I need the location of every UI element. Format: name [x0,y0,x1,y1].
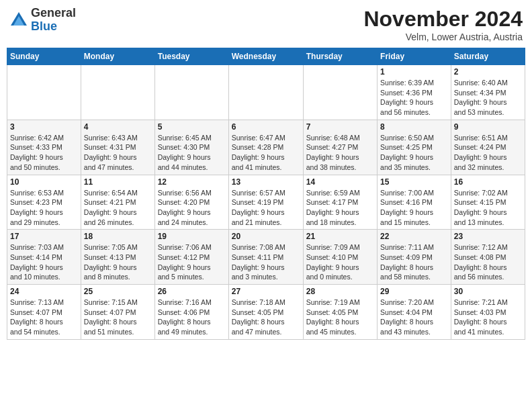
calendar-cell [7,65,81,120]
day-info: Sunrise: 6:56 AMSunset: 4:20 PMDaylight:… [158,188,226,228]
location: Velm, Lower Austria, Austria [363,32,523,42]
day-info: Sunrise: 7:12 AMSunset: 4:08 PMDaylight:… [454,242,522,282]
day-info: Sunrise: 6:39 AMSunset: 4:36 PMDaylight:… [380,78,448,118]
day-info: Sunrise: 6:54 AMSunset: 4:21 PMDaylight:… [84,188,152,228]
weekday-header-thursday: Thursday [303,48,377,65]
calendar-cell: 1Sunrise: 6:39 AMSunset: 4:36 PMDaylight… [378,65,451,120]
day-number: 6 [232,122,300,132]
day-number: 2 [454,67,522,77]
day-info: Sunrise: 7:05 AMSunset: 4:13 PMDaylight:… [84,242,152,282]
calendar-cell: 30Sunrise: 7:21 AMSunset: 4:03 PMDayligh… [451,285,525,340]
day-info: Sunrise: 6:59 AMSunset: 4:17 PMDaylight:… [306,188,374,228]
weekday-header-tuesday: Tuesday [154,48,228,65]
calendar-cell: 22Sunrise: 7:11 AMSunset: 4:09 PMDayligh… [378,230,451,285]
day-number: 19 [158,232,226,241]
calendar-cell: 7Sunrise: 6:48 AMSunset: 4:27 PMDaylight… [303,120,377,175]
calendar-cell: 20Sunrise: 7:08 AMSunset: 4:11 PMDayligh… [228,230,303,285]
calendar-cell: 25Sunrise: 7:15 AMSunset: 4:07 PMDayligh… [81,285,154,340]
calendar-cell: 11Sunrise: 6:54 AMSunset: 4:21 PMDayligh… [81,175,154,230]
day-number: 28 [306,287,374,296]
calendar-cell [228,65,303,120]
day-number: 20 [232,232,300,241]
calendar-cell [154,65,228,120]
weekday-header-friday: Friday [378,48,451,65]
day-info: Sunrise: 6:48 AMSunset: 4:27 PMDaylight:… [306,133,374,173]
day-info: Sunrise: 7:16 AMSunset: 4:06 PMDaylight:… [158,298,226,337]
calendar-week-5: 24Sunrise: 7:13 AMSunset: 4:07 PMDayligh… [7,285,525,340]
calendar-cell: 21Sunrise: 7:09 AMSunset: 4:10 PMDayligh… [303,230,377,285]
calendar-cell: 13Sunrise: 6:57 AMSunset: 4:19 PMDayligh… [228,175,303,230]
calendar-cell: 19Sunrise: 7:06 AMSunset: 4:12 PMDayligh… [154,230,228,285]
calendar-week-3: 10Sunrise: 6:53 AMSunset: 4:23 PMDayligh… [7,175,525,230]
calendar-week-1: 1Sunrise: 6:39 AMSunset: 4:36 PMDaylight… [7,65,525,120]
day-info: Sunrise: 6:53 AMSunset: 4:23 PMDaylight:… [10,188,78,228]
day-info: Sunrise: 7:21 AMSunset: 4:03 PMDaylight:… [454,298,522,337]
day-number: 27 [232,287,300,296]
calendar-cell: 15Sunrise: 7:00 AMSunset: 4:16 PMDayligh… [378,175,451,230]
weekday-header-wednesday: Wednesday [228,48,303,65]
day-info: Sunrise: 7:06 AMSunset: 4:12 PMDaylight:… [158,242,226,282]
calendar-cell: 16Sunrise: 7:02 AMSunset: 4:15 PMDayligh… [451,175,525,230]
logo-blue: Blue [31,19,57,33]
day-info: Sunrise: 7:00 AMSunset: 4:16 PMDaylight:… [380,188,448,228]
day-info: Sunrise: 7:09 AMSunset: 4:10 PMDaylight:… [306,242,374,282]
calendar-cell: 12Sunrise: 6:56 AMSunset: 4:20 PMDayligh… [154,175,228,230]
calendar-cell [303,65,377,120]
day-info: Sunrise: 7:18 AMSunset: 4:05 PMDaylight:… [232,298,300,337]
day-number: 26 [158,287,226,296]
day-info: Sunrise: 7:03 AMSunset: 4:14 PMDaylight:… [10,242,78,282]
calendar-cell: 4Sunrise: 6:43 AMSunset: 4:31 PMDaylight… [81,120,154,175]
day-number: 18 [84,232,152,241]
page-header: General Blue November 2024 Velm, Lower A… [7,7,525,42]
day-info: Sunrise: 6:45 AMSunset: 4:30 PMDaylight:… [158,133,226,173]
weekday-header-sunday: Sunday [7,48,81,65]
day-number: 10 [10,177,78,187]
day-number: 30 [454,287,522,296]
day-number: 4 [84,122,152,132]
logo-text: General Blue [31,7,76,34]
calendar-cell: 29Sunrise: 7:20 AMSunset: 4:04 PMDayligh… [378,285,451,340]
logo-general: General [31,6,76,19]
calendar-cell: 3Sunrise: 6:42 AMSunset: 4:33 PMDaylight… [7,120,81,175]
day-number: 15 [380,177,448,187]
calendar-cell: 17Sunrise: 7:03 AMSunset: 4:14 PMDayligh… [7,230,81,285]
day-info: Sunrise: 7:15 AMSunset: 4:07 PMDaylight:… [84,298,152,337]
day-number: 25 [84,287,152,296]
calendar-cell: 2Sunrise: 6:40 AMSunset: 4:34 PMDaylight… [451,65,525,120]
day-info: Sunrise: 6:51 AMSunset: 4:24 PMDaylight:… [454,133,522,173]
day-number: 9 [454,122,522,132]
day-info: Sunrise: 7:20 AMSunset: 4:04 PMDaylight:… [380,298,448,337]
day-number: 12 [158,177,226,187]
calendar-cell: 14Sunrise: 6:59 AMSunset: 4:17 PMDayligh… [303,175,377,230]
day-number: 23 [454,232,522,241]
calendar-week-2: 3Sunrise: 6:42 AMSunset: 4:33 PMDaylight… [7,120,525,175]
day-info: Sunrise: 7:11 AMSunset: 4:09 PMDaylight:… [380,242,448,282]
day-number: 7 [306,122,374,132]
day-number: 22 [380,232,448,241]
calendar-cell [81,65,154,120]
day-info: Sunrise: 7:08 AMSunset: 4:11 PMDaylight:… [232,242,300,282]
day-info: Sunrise: 7:19 AMSunset: 4:05 PMDaylight:… [306,298,374,337]
calendar-cell: 5Sunrise: 6:45 AMSunset: 4:30 PMDaylight… [154,120,228,175]
calendar-cell: 8Sunrise: 6:50 AMSunset: 4:25 PMDaylight… [378,120,451,175]
weekday-row: SundayMondayTuesdayWednesdayThursdayFrid… [7,48,525,65]
logo-icon [9,11,28,30]
calendar-cell: 28Sunrise: 7:19 AMSunset: 4:05 PMDayligh… [303,285,377,340]
day-number: 21 [306,232,374,241]
day-number: 16 [454,177,522,187]
day-number: 5 [158,122,226,132]
calendar-cell: 23Sunrise: 7:12 AMSunset: 4:08 PMDayligh… [451,230,525,285]
day-number: 14 [306,177,374,187]
calendar-week-4: 17Sunrise: 7:03 AMSunset: 4:14 PMDayligh… [7,230,525,285]
day-info: Sunrise: 6:40 AMSunset: 4:34 PMDaylight:… [454,78,522,118]
calendar-cell: 26Sunrise: 7:16 AMSunset: 4:06 PMDayligh… [154,285,228,340]
day-number: 3 [10,122,78,132]
calendar-header: SundayMondayTuesdayWednesdayThursdayFrid… [7,48,525,65]
day-number: 29 [380,287,448,296]
day-info: Sunrise: 6:43 AMSunset: 4:31 PMDaylight:… [84,133,152,173]
calendar-cell: 6Sunrise: 6:47 AMSunset: 4:28 PMDaylight… [228,120,303,175]
day-number: 11 [84,177,152,187]
day-info: Sunrise: 6:50 AMSunset: 4:25 PMDaylight:… [380,133,448,173]
calendar-cell: 24Sunrise: 7:13 AMSunset: 4:07 PMDayligh… [7,285,81,340]
day-info: Sunrise: 6:57 AMSunset: 4:19 PMDaylight:… [232,188,300,228]
